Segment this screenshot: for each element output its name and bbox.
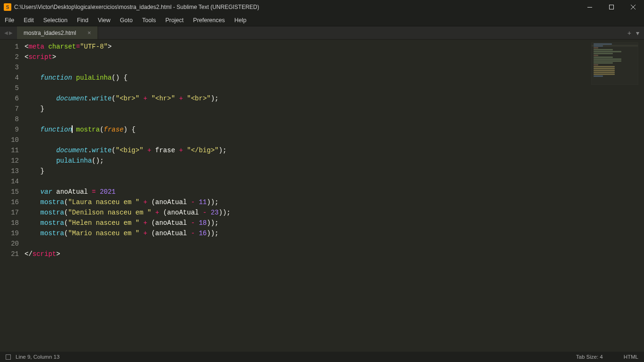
menu-label: File [5, 17, 14, 24]
code-line[interactable]: var anoAtual = 2021 [25, 187, 644, 197]
back-icon: ◀ [4, 30, 8, 35]
line-number: 10 [0, 135, 19, 145]
menu-help[interactable]: Help [230, 14, 251, 26]
code-line[interactable] [25, 62, 644, 73]
code-line[interactable]: mostra("Denilson nasceu em " + (anoAtual… [25, 207, 644, 218]
menu-project[interactable]: Project [161, 14, 189, 26]
window-title: C:\Users\Victor\Desktop\logica\exercicio… [14, 4, 579, 10]
menu-label: Selection [43, 17, 67, 24]
close-button[interactable] [622, 0, 644, 14]
menu-label: View [98, 17, 110, 24]
line-number: 17 [0, 207, 19, 218]
new-tab-button[interactable]: + [627, 29, 631, 37]
line-number: 1 [0, 41, 19, 52]
code-line[interactable] [25, 83, 644, 93]
tab-label: mostra_idades2.html [24, 30, 76, 36]
code-line[interactable]: document.write("<big>" + frase + "</big>… [25, 145, 644, 156]
maximize-button[interactable] [601, 0, 622, 14]
tab-size-indicator[interactable]: Tab Size: 4 [576, 354, 603, 360]
text-cursor [72, 125, 73, 133]
tabbar: ◀ ▶ mostra_idades2.html × + ▾ [0, 26, 644, 40]
syntax-indicator[interactable]: HTML [624, 354, 638, 360]
line-number: 19 [0, 228, 19, 239]
code-line[interactable] [25, 114, 644, 124]
minimap[interactable] [591, 42, 638, 85]
line-number: 21 [0, 249, 19, 259]
menu-edit[interactable]: Edit [19, 14, 39, 26]
code-line[interactable]: </script> [25, 249, 644, 259]
code-line[interactable] [25, 239, 644, 249]
code-line[interactable]: function mostra(frase) { [25, 124, 644, 135]
menu-label: Project [165, 17, 184, 24]
menu-tools[interactable]: Tools [137, 14, 160, 26]
line-number: 13 [0, 166, 19, 176]
menu-find[interactable]: Find [72, 14, 93, 26]
close-icon [631, 5, 636, 9]
tabbar-right: + ▾ [627, 26, 644, 39]
menu-label: Find [77, 17, 88, 24]
code-line[interactable]: mostra("Helen nasceu em " + (anoAtual - … [25, 218, 644, 228]
forward-icon: ▶ [9, 30, 13, 35]
titlebar: S C:\Users\Victor\Desktop\logica\exercic… [0, 0, 644, 14]
code-line[interactable]: function pulaLinha() { [25, 73, 644, 83]
tab-dropdown-icon[interactable]: ▾ [636, 29, 639, 37]
line-number: 16 [0, 197, 19, 207]
line-number: 11 [0, 145, 19, 156]
line-number: 9 [0, 124, 19, 135]
line-number: 15 [0, 187, 19, 197]
line-number: 5 [0, 83, 19, 93]
menu-file[interactable]: File [0, 14, 19, 26]
panel-switcher-icon[interactable] [6, 354, 11, 360]
tab-close-icon[interactable]: × [87, 29, 91, 36]
line-number: 3 [0, 62, 19, 73]
app-icon: S [4, 3, 11, 11]
minimize-button[interactable] [579, 0, 601, 14]
code-line[interactable]: pulaLinha(); [25, 156, 644, 166]
menu-label: Edit [24, 17, 34, 24]
code-line[interactable] [25, 135, 644, 145]
code-line[interactable]: <script> [25, 52, 644, 62]
menu-selection[interactable]: Selection [39, 14, 72, 26]
code-line[interactable]: <meta charset="UTF-8"> [25, 41, 644, 52]
line-number: 20 [0, 239, 19, 249]
app-icon-letter: S [6, 5, 9, 10]
menu-preferences[interactable]: Preferences [189, 14, 230, 26]
code-line[interactable]: } [25, 166, 644, 176]
code-area[interactable]: <meta charset="UTF-8"><script> function … [25, 40, 644, 352]
menu-label: Help [234, 17, 247, 24]
window-controls [579, 0, 644, 14]
line-number: 18 [0, 218, 19, 228]
line-number: 7 [0, 104, 19, 114]
code-line[interactable]: document.write("<br>" + "<hr>" + "<br>")… [25, 93, 644, 104]
menu-label: Preferences [193, 17, 225, 24]
code-line[interactable] [25, 176, 644, 187]
code-line[interactable]: } [25, 104, 644, 114]
svg-rect-0 [587, 7, 592, 8]
menubar: File Edit Selection Find View Goto Tools… [0, 14, 644, 26]
menu-goto[interactable]: Goto [115, 14, 137, 26]
menu-view[interactable]: View [93, 14, 115, 26]
menu-label: Goto [120, 17, 132, 24]
menu-label: Tools [142, 17, 156, 24]
code-line[interactable]: mostra("Laura nasceu em " + (anoAtual - … [25, 197, 644, 207]
cursor-position[interactable]: Line 9, Column 13 [16, 354, 59, 360]
line-number: 4 [0, 73, 19, 83]
code-line[interactable]: mostra("Mario nasceu em " + (anoAtual - … [25, 228, 644, 239]
line-number: 12 [0, 156, 19, 166]
line-number: 6 [0, 93, 19, 104]
tab-history-nav[interactable]: ◀ ▶ [0, 26, 17, 39]
statusbar: Line 9, Column 13 Tab Size: 4 HTML [0, 352, 644, 362]
line-number: 14 [0, 176, 19, 187]
svg-rect-1 [610, 5, 614, 9]
line-number: 2 [0, 52, 19, 62]
editor[interactable]: 123456789101112131415161718192021 <meta … [0, 40, 644, 352]
minimize-icon [587, 7, 592, 8]
line-gutter: 123456789101112131415161718192021 [0, 40, 25, 352]
maximize-icon [609, 5, 614, 9]
tab-active[interactable]: mostra_idades2.html × [17, 26, 98, 39]
line-number: 8 [0, 114, 19, 124]
